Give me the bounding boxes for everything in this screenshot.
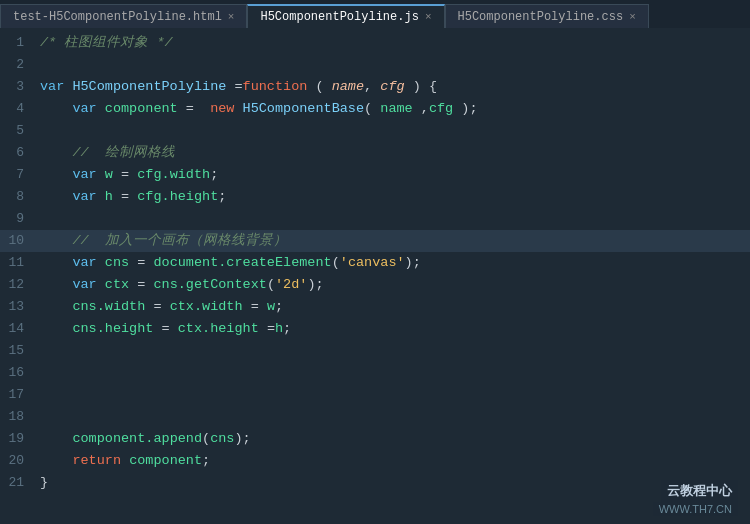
line-number-21: 21: [0, 472, 36, 494]
code-line-3: 3var H5ComponentPolyline =function ( nam…: [0, 76, 750, 98]
token-prop: .getContext: [178, 277, 267, 292]
token-punct: ,: [364, 79, 380, 94]
line-content-17: [36, 384, 750, 406]
token-string: '2d': [275, 277, 307, 292]
tab-label-1: H5ComponentPolyline.js: [260, 10, 418, 24]
token-kw-func: function: [243, 79, 308, 94]
token-punct: [40, 277, 72, 292]
token-func-name: H5ComponentBase: [243, 101, 365, 116]
token-punct: ;: [202, 453, 210, 468]
tab-close-1[interactable]: ×: [425, 11, 432, 23]
code-line-19: 19 component.append(cns);: [0, 428, 750, 450]
watermark: 云教程中心 WWW.TH7.CN: [653, 480, 738, 516]
token-punct: [40, 321, 72, 336]
token-identifier: component: [72, 431, 145, 446]
token-identifier: component: [105, 101, 178, 116]
token-identifier: cns: [72, 321, 96, 336]
token-kw-var: var: [72, 189, 104, 204]
token-punct: =: [153, 321, 177, 336]
token-kw-func: return: [72, 453, 129, 468]
tab-label-2: H5ComponentPolyline.css: [458, 10, 624, 24]
line-number-13: 13: [0, 296, 36, 318]
code-line-14: 14 cns.height = ctx.height =h;: [0, 318, 750, 340]
token-identifier: cns: [72, 299, 96, 314]
token-identifier: w: [267, 299, 275, 314]
tab-1[interactable]: H5ComponentPolyline.js×: [247, 4, 444, 28]
token-comment: // 绘制网格线: [72, 145, 174, 160]
token-identifier: cfg: [137, 167, 161, 182]
token-punct: }: [40, 475, 48, 490]
line-content-12: var ctx = cns.getContext('2d');: [36, 274, 750, 296]
line-content-6: // 绘制网格线: [36, 142, 750, 164]
token-punct: [40, 453, 72, 468]
token-identifier: h: [275, 321, 283, 336]
tab-close-0[interactable]: ×: [228, 11, 235, 23]
line-content-16: [36, 362, 750, 384]
token-prop: .createElement: [218, 255, 331, 270]
line-content-3: var H5ComponentPolyline =function ( name…: [36, 76, 750, 98]
token-identifier: ctx: [170, 299, 194, 314]
token-punct: =: [243, 299, 267, 314]
code-line-15: 15: [0, 340, 750, 362]
token-punct: =: [113, 189, 137, 204]
tab-label-0: test-H5ComponentPolyline.html: [13, 10, 222, 24]
code-line-6: 6 // 绘制网格线: [0, 142, 750, 164]
token-identifier: cns: [105, 255, 129, 270]
token-punct: ,: [413, 101, 429, 116]
line-content-8: var h = cfg.height;: [36, 186, 750, 208]
token-prop: .width: [97, 299, 146, 314]
line-content-9: [36, 208, 750, 230]
line-number-17: 17: [0, 384, 36, 406]
line-number-19: 19: [0, 428, 36, 450]
token-prop: .height: [162, 189, 219, 204]
token-identifier: name: [380, 101, 412, 116]
line-content-19: component.append(cns);: [36, 428, 750, 450]
tab-0[interactable]: test-H5ComponentPolyline.html×: [0, 4, 247, 28]
token-kw-var: var: [72, 255, 104, 270]
token-punct: =: [145, 299, 169, 314]
line-number-8: 8: [0, 186, 36, 208]
code-line-7: 7 var w = cfg.width;: [0, 164, 750, 186]
code-line-1: 1/* 柱图组件对象 */: [0, 32, 750, 54]
token-punct: =: [113, 167, 137, 182]
code-line-11: 11 var cns = document.createElement('can…: [0, 252, 750, 274]
line-number-7: 7: [0, 164, 36, 186]
tab-2[interactable]: H5ComponentPolyline.css×: [445, 4, 649, 28]
token-prop: .height: [97, 321, 154, 336]
code-line-16: 16: [0, 362, 750, 384]
token-prop: .height: [202, 321, 259, 336]
code-line-4: 4 var component = new H5ComponentBase( n…: [0, 98, 750, 120]
line-content-11: var cns = document.createElement('canvas…: [36, 252, 750, 274]
line-content-20: return component;: [36, 450, 750, 472]
token-identifier: cfg: [429, 101, 453, 116]
line-content-4: var component = new H5ComponentBase( nam…: [36, 98, 750, 120]
line-number-9: 9: [0, 208, 36, 230]
token-kw-var: var: [72, 277, 104, 292]
token-prop: .width: [162, 167, 211, 182]
token-identifier: w: [105, 167, 113, 182]
token-punct: [40, 145, 72, 160]
line-number-10: 10: [0, 230, 36, 252]
tab-close-2[interactable]: ×: [629, 11, 636, 23]
token-prop: .append: [145, 431, 202, 446]
token-punct: (: [307, 79, 331, 94]
token-punct: );: [453, 101, 477, 116]
token-punct: );: [234, 431, 250, 446]
line-content-14: cns.height = ctx.height =h;: [36, 318, 750, 340]
line-number-14: 14: [0, 318, 36, 340]
token-identifier: ctx: [105, 277, 129, 292]
token-punct: [40, 167, 72, 182]
token-punct: ) {: [405, 79, 437, 94]
code-line-8: 8 var h = cfg.height;: [0, 186, 750, 208]
line-number-3: 3: [0, 76, 36, 98]
token-string: 'canvas': [340, 255, 405, 270]
code-line-5: 5: [0, 120, 750, 142]
token-punct: ;: [218, 189, 226, 204]
line-number-20: 20: [0, 450, 36, 472]
line-content-15: [36, 340, 750, 362]
code-editor: 1/* 柱图组件对象 */2 3var H5ComponentPolyline …: [0, 28, 750, 524]
token-punct: ;: [210, 167, 218, 182]
line-number-15: 15: [0, 340, 36, 362]
line-content-2: [36, 54, 750, 76]
line-number-18: 18: [0, 406, 36, 428]
